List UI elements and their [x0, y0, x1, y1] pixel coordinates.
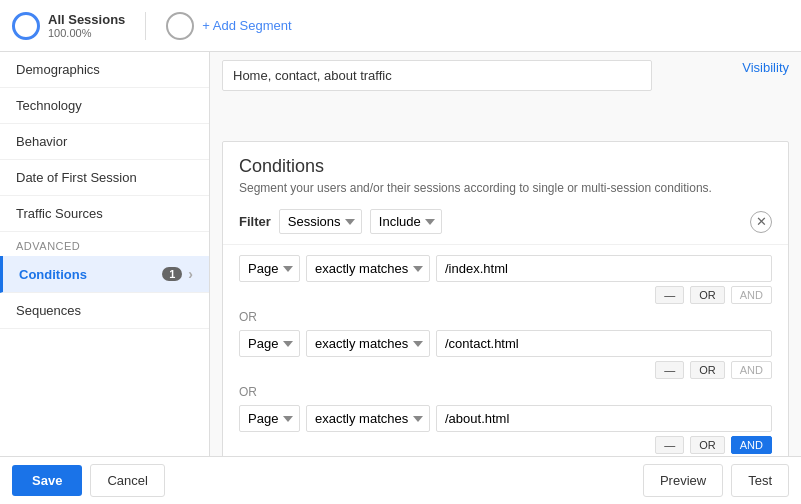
or-button-2[interactable]: OR	[690, 361, 725, 379]
dimension-select-1[interactable]: Page	[239, 255, 300, 282]
or-separator-1: OR	[239, 310, 772, 324]
conditions-badge: 1	[162, 267, 182, 281]
visibility-bar: Visibility	[730, 52, 801, 83]
sidebar-item-behavior[interactable]: Behavior	[0, 124, 209, 160]
value-input-1[interactable]	[436, 255, 772, 282]
sidebar-item-traffic-sources[interactable]: Traffic Sources	[0, 196, 209, 232]
condition-row-1: Page exactly matches	[239, 255, 772, 282]
chevron-right-icon: ›	[188, 266, 193, 282]
action-row-3: — OR AND	[239, 436, 772, 454]
all-sessions-segment[interactable]: All Sessions 100.00%	[12, 12, 146, 40]
include-select[interactable]: Include	[370, 209, 442, 234]
and-button-3[interactable]: AND	[731, 436, 772, 454]
filter-label: Filter	[239, 214, 271, 229]
sidebar-item-date-of-first-session[interactable]: Date of First Session	[0, 160, 209, 196]
sidebar-item-sequences[interactable]: Sequences	[0, 293, 209, 329]
dimension-select-2[interactable]: Page	[239, 330, 300, 357]
conditions-header: Conditions Segment your users and/or the…	[223, 142, 788, 199]
segment-bar: All Sessions 100.00% + Add Segment	[0, 0, 801, 52]
save-button[interactable]: Save	[12, 465, 82, 496]
remove-condition-3-button[interactable]: —	[655, 436, 684, 454]
dimension-select-3[interactable]: Page	[239, 405, 300, 432]
conditions-subtitle: Segment your users and/or their sessions…	[239, 181, 772, 195]
sessions-select[interactable]: Sessions	[279, 209, 362, 234]
or-separator-2: OR	[239, 385, 772, 399]
advanced-section-label: Advanced	[0, 232, 209, 256]
match-select-2[interactable]: exactly matches	[306, 330, 430, 357]
sidebar-item-label: Demographics	[16, 62, 100, 77]
main-content: Demographics Technology Behavior Date of…	[0, 52, 801, 456]
sidebar-item-demographics[interactable]: Demographics	[0, 52, 209, 88]
conditions-title: Conditions	[239, 156, 772, 177]
bottom-toolbar: Save Cancel Preview Test	[0, 456, 801, 504]
value-input-3[interactable]	[436, 405, 772, 432]
add-segment-label: + Add Segment	[202, 18, 291, 33]
add-segment-button[interactable]: + Add Segment	[166, 12, 291, 40]
action-row-2: — OR AND	[239, 361, 772, 379]
right-panel: Visibility Conditions Segment your users…	[210, 52, 801, 456]
visibility-link[interactable]: Visibility	[742, 60, 789, 75]
condition-row-2: Page exactly matches	[239, 330, 772, 357]
sidebar: Demographics Technology Behavior Date of…	[0, 52, 210, 456]
and-button-1[interactable]: AND	[731, 286, 772, 304]
sidebar-item-label: Date of First Session	[16, 170, 137, 185]
test-button[interactable]: Test	[731, 464, 789, 497]
sidebar-item-label: Conditions	[19, 267, 87, 282]
segment-name-input[interactable]	[222, 60, 652, 91]
sidebar-item-conditions[interactable]: Conditions 1 ›	[0, 256, 209, 293]
conditions-body: Page exactly matches — OR AND OR	[223, 245, 788, 456]
conditions-panel: Conditions Segment your users and/or the…	[222, 141, 789, 456]
sidebar-item-label: Sequences	[16, 303, 81, 318]
sidebar-item-label: Technology	[16, 98, 82, 113]
add-segment-icon	[166, 12, 194, 40]
remove-condition-2-button[interactable]: —	[655, 361, 684, 379]
segment-pct: 100.00%	[48, 27, 125, 39]
match-select-3[interactable]: exactly matches	[306, 405, 430, 432]
filter-row: Filter Sessions Include ✕	[223, 199, 788, 245]
match-select-1[interactable]: exactly matches	[306, 255, 430, 282]
sidebar-item-label: Behavior	[16, 134, 67, 149]
and-button-2[interactable]: AND	[731, 361, 772, 379]
sidebar-item-label: Traffic Sources	[16, 206, 103, 221]
or-button-3[interactable]: OR	[690, 436, 725, 454]
action-row-1: — OR AND	[239, 286, 772, 304]
preview-button[interactable]: Preview	[643, 464, 723, 497]
value-input-2[interactable]	[436, 330, 772, 357]
remove-condition-1-button[interactable]: —	[655, 286, 684, 304]
right-buttons: Preview Test	[643, 464, 789, 497]
condition-row-3: Page exactly matches	[239, 405, 772, 432]
segment-icon	[12, 12, 40, 40]
or-button-1[interactable]: OR	[690, 286, 725, 304]
cancel-button[interactable]: Cancel	[90, 464, 164, 497]
segment-name-row	[210, 52, 801, 91]
sidebar-item-technology[interactable]: Technology	[0, 88, 209, 124]
segment-name: All Sessions	[48, 12, 125, 27]
close-filter-button[interactable]: ✕	[750, 211, 772, 233]
